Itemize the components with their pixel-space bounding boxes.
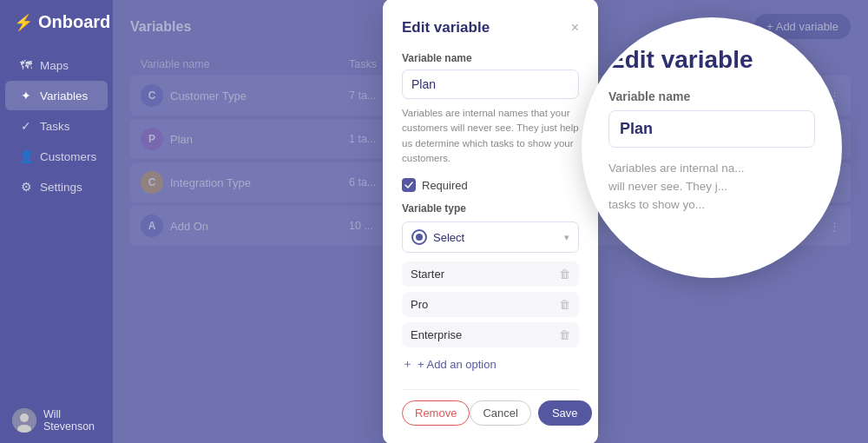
zoom-field-label: Variable name bbox=[608, 89, 815, 103]
sidebar-item-maps[interactable]: 🗺 Maps bbox=[5, 50, 108, 80]
edit-variable-modal: Edit variable × Variable name Variables … bbox=[383, 0, 598, 443]
sidebar-item-variables-label: Variables bbox=[40, 89, 88, 102]
logo-icon: ⚡ bbox=[14, 13, 33, 32]
variable-type-label: Variable type bbox=[402, 202, 579, 215]
remove-button[interactable]: Remove bbox=[402, 400, 470, 426]
sidebar: ⚡ Onboard 🗺 Maps ✦ Variables ✓ Tasks 👤 C… bbox=[0, 0, 113, 443]
sidebar-item-settings-label: Settings bbox=[40, 181, 82, 194]
variable-type-select[interactable]: Select ▾ bbox=[402, 222, 579, 253]
sidebar-logo: ⚡ Onboard bbox=[0, 0, 113, 43]
zoom-content: Edit variable Variable name Plan Variabl… bbox=[584, 20, 839, 275]
sidebar-item-tasks[interactable]: ✓ Tasks bbox=[5, 111, 108, 141]
sidebar-user: Will Stevenson bbox=[0, 398, 113, 443]
settings-icon: ⚙ bbox=[19, 180, 33, 194]
option-delete-icon[interactable]: 🗑 bbox=[559, 298, 570, 311]
variables-icon: ✦ bbox=[19, 89, 33, 102]
svg-point-1 bbox=[20, 413, 29, 422]
required-row: Required bbox=[402, 178, 579, 192]
zoom-field-input: Plan bbox=[608, 110, 815, 148]
option-label: Starter bbox=[411, 268, 444, 281]
option-label: Enterprise bbox=[411, 328, 462, 341]
option-delete-icon[interactable]: 🗑 bbox=[559, 328, 570, 341]
add-icon: ＋ bbox=[402, 356, 413, 372]
modal-footer: Remove Cancel Save bbox=[402, 389, 579, 426]
chevron-down-icon: ▾ bbox=[564, 232, 569, 243]
maps-icon: 🗺 bbox=[19, 58, 33, 72]
required-label: Required bbox=[422, 179, 468, 192]
sidebar-nav: 🗺 Maps ✦ Variables ✓ Tasks 👤 Customers ⚙… bbox=[0, 43, 113, 398]
sidebar-username: Will Stevenson bbox=[43, 408, 101, 433]
logo-text: Onboard bbox=[38, 12, 110, 32]
save-button[interactable]: Save bbox=[538, 400, 592, 426]
cancel-button[interactable]: Cancel bbox=[470, 400, 530, 426]
modal-header: Edit variable × bbox=[402, 19, 579, 36]
type-select-inner: Select bbox=[411, 229, 464, 245]
option-row-enterprise: Enterprise 🗑 bbox=[402, 322, 579, 347]
modal-title: Edit variable bbox=[402, 19, 490, 36]
sidebar-item-variables[interactable]: ✦ Variables bbox=[5, 81, 108, 110]
footer-right: Cancel Save bbox=[470, 400, 591, 426]
option-label: Pro bbox=[411, 298, 428, 311]
sidebar-item-customers[interactable]: 👤 Customers bbox=[5, 142, 108, 171]
variable-hint: Variables are internal names that your c… bbox=[402, 106, 579, 166]
select-circle-dot bbox=[416, 234, 423, 241]
variable-name-label: Variable name bbox=[402, 52, 579, 64]
user-avatar bbox=[12, 408, 36, 433]
required-checkbox[interactable] bbox=[402, 178, 416, 192]
tasks-icon: ✓ bbox=[19, 119, 33, 133]
customers-icon: 👤 bbox=[19, 149, 33, 163]
add-option-label: + Add an option bbox=[418, 358, 496, 371]
sidebar-item-maps-label: Maps bbox=[40, 59, 69, 72]
add-option-row[interactable]: ＋ + Add an option bbox=[402, 353, 579, 375]
select-circle-icon bbox=[411, 229, 427, 245]
option-row-pro: Pro 🗑 bbox=[402, 292, 579, 317]
variable-name-input[interactable] bbox=[402, 69, 579, 99]
sidebar-item-settings[interactable]: ⚙ Settings bbox=[5, 172, 108, 202]
sidebar-item-customers-label: Customers bbox=[40, 150, 96, 163]
type-selected-label: Select bbox=[433, 231, 464, 244]
zoom-hint: Variables are internal na...will never s… bbox=[608, 160, 815, 215]
zoom-magnifier: Edit variable Variable name Plan Variabl… bbox=[582, 17, 842, 278]
app-container: ⚡ Onboard 🗺 Maps ✦ Variables ✓ Tasks 👤 C… bbox=[0, 0, 868, 443]
sidebar-item-tasks-label: Tasks bbox=[40, 120, 70, 133]
option-row-starter: Starter 🗑 bbox=[402, 261, 579, 287]
modal-close-button[interactable]: × bbox=[571, 21, 579, 35]
main-content: Variables + Add variable Variable name T… bbox=[113, 0, 868, 443]
zoom-title: Edit variable bbox=[608, 46, 815, 74]
option-delete-icon[interactable]: 🗑 bbox=[559, 268, 570, 281]
